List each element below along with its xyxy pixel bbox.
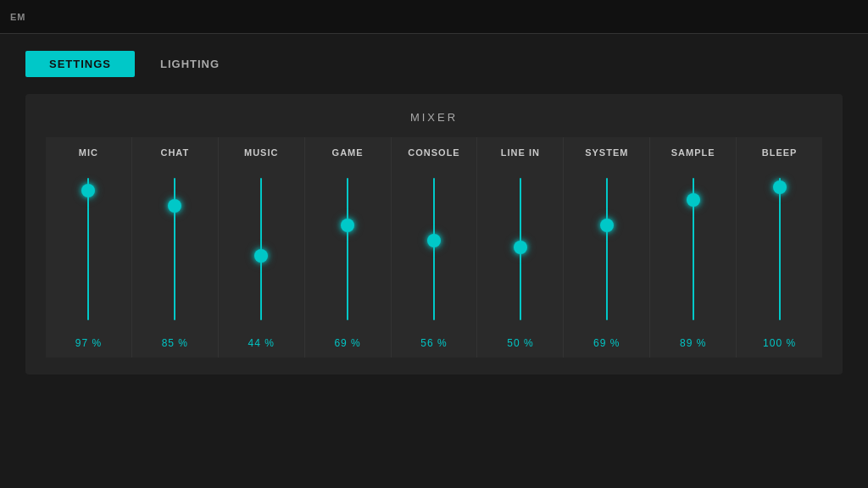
channel-value: 69 %: [334, 337, 360, 349]
channel-label: MUSIC: [244, 147, 278, 158]
slider-knob[interactable]: [600, 219, 614, 232]
channel-line-in[interactable]: LINE IN 50 %: [477, 137, 564, 358]
slider-knob[interactable]: [773, 180, 787, 194]
slider-knob[interactable]: [341, 219, 354, 232]
channel-label: CONSOLE: [408, 147, 459, 158]
slider-knob[interactable]: [514, 241, 527, 254]
main-content: SETTINGS LIGHTING MIXER MIC 97 % CHAT 85…: [0, 34, 868, 391]
channel-value: 85 %: [162, 337, 188, 349]
slider-container[interactable]: [310, 169, 386, 329]
top-bar-title: EM: [10, 12, 26, 22]
channel-value: 44 %: [248, 337, 275, 349]
channels-container: MIC 97 % CHAT 85 % MUSIC 44 % GAME: [46, 137, 822, 358]
channel-sample[interactable]: SAMPLE 89 %: [650, 137, 737, 358]
channel-value: 50 %: [507, 337, 533, 349]
channel-console[interactable]: CONSOLE 56 %: [392, 137, 478, 358]
tab-lighting[interactable]: LIGHTING: [136, 51, 243, 77]
channel-label: CHAT: [160, 147, 189, 158]
channel-value: 97 %: [75, 337, 102, 349]
slider-knob[interactable]: [427, 234, 441, 247]
tab-settings[interactable]: SETTINGS: [25, 51, 135, 77]
mixer-title: MIXER: [46, 111, 822, 124]
channel-music[interactable]: MUSIC 44 %: [219, 137, 305, 358]
slider-track: [606, 178, 608, 320]
channel-label: BLEEP: [762, 147, 798, 158]
channel-mic[interactable]: MIC 97 %: [46, 137, 132, 358]
channel-label: LINE IN: [501, 147, 540, 158]
channel-value: 100 %: [763, 337, 796, 349]
channel-value: 69 %: [593, 337, 620, 349]
slider-container[interactable]: [742, 169, 817, 329]
tabs-container: SETTINGS LIGHTING: [25, 51, 843, 77]
slider-track: [87, 178, 89, 320]
slider-knob[interactable]: [168, 199, 181, 213]
channel-label: SAMPLE: [671, 147, 715, 158]
channel-label: GAME: [332, 147, 364, 158]
slider-container[interactable]: [51, 169, 126, 329]
channel-chat[interactable]: CHAT 85 %: [132, 137, 219, 358]
slider-container[interactable]: [569, 169, 644, 329]
channel-value: 89 %: [680, 337, 706, 349]
channel-value: 56 %: [420, 337, 447, 349]
channel-game[interactable]: GAME 69 %: [305, 137, 392, 358]
channel-label: SYSTEM: [585, 147, 628, 158]
slider-knob[interactable]: [687, 193, 700, 207]
slider-container[interactable]: [655, 169, 731, 329]
slider-knob[interactable]: [254, 249, 268, 263]
slider-track: [779, 178, 781, 320]
top-bar: EM: [0, 0, 868, 34]
slider-track: [433, 178, 435, 320]
channel-system[interactable]: SYSTEM 69 %: [564, 137, 650, 358]
slider-container[interactable]: [482, 169, 558, 329]
channel-label: MIC: [79, 147, 98, 158]
slider-container[interactable]: [137, 169, 213, 329]
slider-container[interactable]: [397, 169, 472, 329]
slider-track: [347, 178, 348, 320]
mixer-panel: MIXER MIC 97 % CHAT 85 % MUSIC 44 % G: [25, 94, 843, 374]
slider-container[interactable]: [224, 169, 299, 329]
slider-knob[interactable]: [81, 184, 95, 197]
channel-bleep[interactable]: BLEEP 100 %: [737, 137, 822, 358]
